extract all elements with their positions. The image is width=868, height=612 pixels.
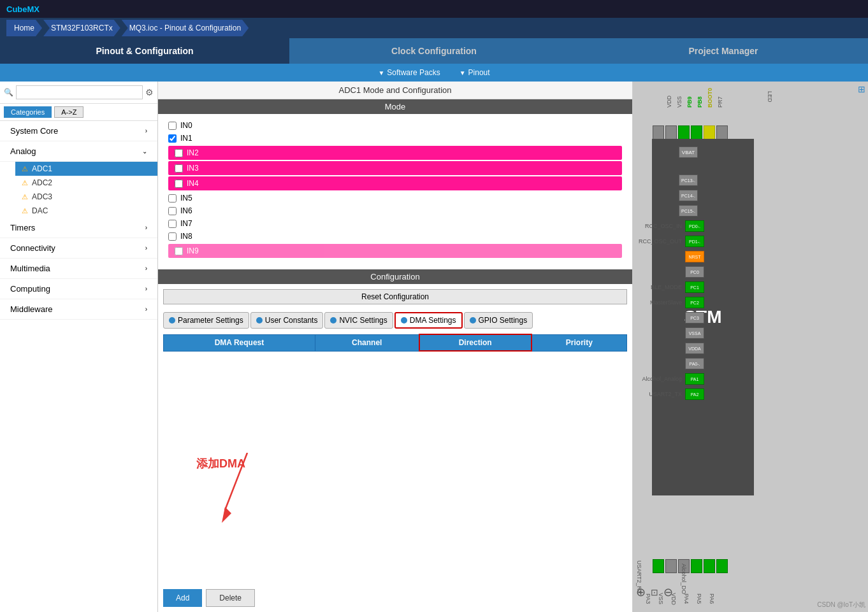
sidebar-items: System Core › Analog ⌄ ⚠ ADC1 ⚠ ADC2 ⚠ xyxy=(0,121,157,612)
pin-pc3: PC3 xyxy=(685,312,704,324)
breadcrumb-home[interactable]: Home xyxy=(6,20,42,36)
in9-checkbox[interactable] xyxy=(175,247,183,255)
breadcrumb: Home STM32F103RCTx MQ3.ioc - Pinout & Co… xyxy=(0,18,868,38)
col-channel: Channel xyxy=(315,334,419,351)
in0-checkbox[interactable] xyxy=(168,122,177,130)
tab-user-constants[interactable]: User Constants xyxy=(250,312,324,329)
sidebar-item-adc3[interactable]: ⚠ ADC3 xyxy=(15,190,157,204)
main-layout: 🔍 ⚙ Categories A->Z System Core › Analog… xyxy=(0,82,868,612)
tab-pinout[interactable]: Pinout & Configuration xyxy=(0,38,289,64)
subtab-pinout[interactable]: Pinout xyxy=(459,68,490,77)
in2-checkbox[interactable] xyxy=(175,149,183,157)
left-pin-pd1: RCC_OSC_OUT PD1-. xyxy=(633,234,704,248)
sidebar-item-system-core[interactable]: System Core › xyxy=(0,121,157,141)
dot-nvic xyxy=(330,317,336,324)
analog-sub-items: ⚠ ADC1 ⚠ ADC2 ⚠ ADC3 ⚠ DAC xyxy=(0,162,157,218)
pin-box-pr7 xyxy=(716,125,728,139)
mode-header: Mode xyxy=(158,99,632,114)
warn-icon-dac: ⚠ xyxy=(22,207,28,215)
mode-section: IN0 IN1 IN2 IN3 IN4 xyxy=(158,114,632,264)
in4-checkbox[interactable] xyxy=(175,180,183,188)
sidebar-item-adc2[interactable]: ⚠ ADC2 xyxy=(15,176,157,190)
vpin-pr7: PR7 xyxy=(716,87,725,109)
subtab-software-packs[interactable]: Software Packs xyxy=(378,68,440,77)
main-tabs: Pinout & Configuration Clock Configurati… xyxy=(0,38,868,64)
in3-checkbox[interactable] xyxy=(175,164,183,173)
sidebar-item-multimedia[interactable]: Multimedia › xyxy=(0,259,157,279)
sidebar-search-bar: 🔍 ⚙ xyxy=(0,82,157,104)
reset-config-button[interactable]: Reset Configuration xyxy=(163,289,627,304)
center-content: ADC1 Mode and Configuration Mode IN0 IN1… xyxy=(158,82,632,612)
left-pin-vdda: VDDA xyxy=(633,341,704,355)
sidebar-item-connectivity[interactable]: Connectivity › xyxy=(0,238,157,259)
vpin-vss-top: VSS xyxy=(675,87,684,109)
sidebar-item-analog[interactable]: Analog ⌄ xyxy=(0,141,157,162)
in5-checkbox[interactable] xyxy=(168,194,177,203)
left-pin-pc13: PC13-. xyxy=(633,173,704,187)
tab-dma-settings[interactable]: DMA Settings xyxy=(394,312,463,329)
pin-nrst: NRST xyxy=(685,251,704,262)
warn-icon-adc2: ⚠ xyxy=(22,179,28,187)
sidebar-item-timers[interactable]: Timers › xyxy=(0,218,157,238)
vpin-pa6: PA6 xyxy=(703,592,716,606)
zoom-controls: ⊕ ⊡ ⊖ xyxy=(636,585,673,599)
col-direction: Direction xyxy=(419,334,532,351)
watermark: CSDN @IoT小凯 xyxy=(817,601,865,609)
sidebar-item-adc1[interactable]: ⚠ ADC1 xyxy=(15,162,157,176)
tab-az[interactable]: A->Z xyxy=(54,106,83,118)
config-header: Configuration xyxy=(158,269,632,284)
panel-settings-icon[interactable]: ⊞ xyxy=(858,84,865,94)
chevron-down-icon: ⌄ xyxy=(142,148,147,155)
tab-parameter-settings[interactable]: Parameter Settings xyxy=(163,312,249,329)
breadcrumb-chip[interactable]: STM32F103RCTx xyxy=(43,20,120,36)
sidebar-item-middleware[interactable]: Middleware › xyxy=(0,299,157,320)
chip-area: VDD VSS PB9 PB8 BOOT0 PR7 LED xyxy=(633,82,868,612)
search-input[interactable] xyxy=(16,85,143,99)
in8-checkbox[interactable] xyxy=(168,232,177,241)
checkbox-in8: IN8 xyxy=(163,230,627,243)
checkbox-in6: IN6 xyxy=(163,204,627,217)
gear-icon[interactable]: ⚙ xyxy=(145,87,154,97)
pin-pc1: PC1 xyxy=(685,281,704,293)
sub-tabs: Software Packs Pinout xyxy=(0,64,868,82)
tab-nvic-settings[interactable]: NVIC Settings xyxy=(324,312,393,329)
pin-box-pa3 xyxy=(653,559,664,573)
left-pin-pc14: PC14-. xyxy=(633,189,704,203)
pin-box-vdd-t xyxy=(653,125,664,139)
pin-box-boot0 xyxy=(704,125,715,139)
pin-box-pb8 xyxy=(691,125,702,139)
pin-pd0: PD0-. xyxy=(685,220,704,232)
pin-box-pa5 xyxy=(704,559,715,573)
pin-vdda: VDDA xyxy=(685,343,704,354)
dot-gpio xyxy=(470,317,476,324)
in6-checkbox[interactable] xyxy=(168,207,177,215)
delete-button[interactable]: Delete xyxy=(206,589,255,607)
sidebar-item-dac[interactable]: ⚠ DAC xyxy=(15,204,157,218)
pin-pc14: PC14-. xyxy=(679,190,698,201)
in7-checkbox[interactable] xyxy=(168,220,177,228)
pin-box-pb9 xyxy=(678,125,690,139)
checkbox-in5: IN5 xyxy=(163,192,627,204)
zoom-in-button[interactable]: ⊕ xyxy=(636,585,646,599)
chevron-right-icon-conn: › xyxy=(145,245,147,252)
zoom-out-button[interactable]: ⊖ xyxy=(663,585,673,599)
fit-button[interactable]: ⊡ xyxy=(651,587,658,597)
in1-checkbox[interactable] xyxy=(168,134,177,143)
sidebar-item-computing[interactable]: Computing › xyxy=(0,279,157,299)
dot-user xyxy=(256,317,263,324)
config-tabs: Parameter Settings User Constants NVIC S… xyxy=(158,310,632,331)
search-icon: 🔍 xyxy=(4,88,13,97)
highlight-in3: IN3 xyxy=(168,161,622,175)
tab-gpio-settings[interactable]: GPIO Settings xyxy=(464,312,533,329)
add-button[interactable]: Add xyxy=(163,589,202,607)
pin-pc2: PC2 xyxy=(685,297,704,308)
svg-line-0 xyxy=(225,453,247,510)
chevron-right-icon-timers: › xyxy=(145,224,147,231)
tab-clock[interactable]: Clock Configuration xyxy=(289,38,579,64)
tab-categories[interactable]: Categories xyxy=(4,106,52,118)
arrow-svg xyxy=(222,453,273,529)
tab-project[interactable]: Project Manager xyxy=(579,38,868,64)
vpin-vdd-top: VDD xyxy=(665,87,674,109)
breadcrumb-file[interactable]: MQ3.ioc - Pinout & Configuration xyxy=(122,20,249,36)
left-pin-pc0: PC0 xyxy=(633,265,704,279)
